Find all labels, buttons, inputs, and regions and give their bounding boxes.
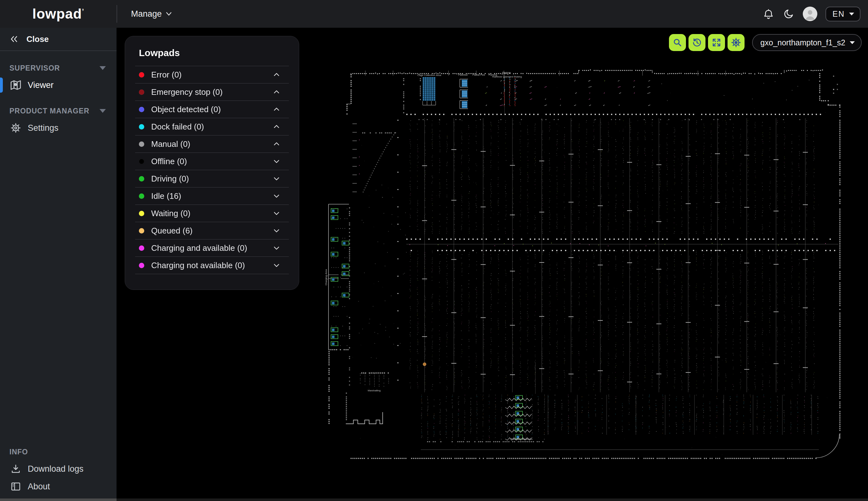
header-right: EN <box>762 7 868 21</box>
status-row-dock-failed[interactable]: Dock failed (0) <box>135 118 289 136</box>
status-label: Charging not available (0) <box>151 260 245 270</box>
manage-menu[interactable]: Manage <box>131 9 172 19</box>
status-row-error[interactable]: Error (0) <box>135 66 289 84</box>
bottom-strip-sidebar <box>0 499 117 501</box>
status-label: Object detected (0) <box>151 105 221 114</box>
sidebar-item-label: Download logs <box>28 464 84 474</box>
bell-icon <box>763 8 774 20</box>
status-dot <box>139 89 144 95</box>
status-dot <box>139 193 144 199</box>
active-indicator <box>0 77 3 93</box>
section-label: PRODUCT MANAGER <box>9 107 89 115</box>
sidebar-item-label: Settings <box>28 123 58 133</box>
chevron-up-icon <box>272 105 281 114</box>
chevron-down-icon <box>272 209 281 217</box>
header-divider <box>117 5 117 23</box>
status-dot <box>139 176 144 181</box>
status-row-emergency-stop[interactable]: Emergency stop (0) <box>135 84 289 101</box>
map-settings-button[interactable] <box>728 34 745 51</box>
map-search-button[interactable] <box>669 34 686 51</box>
map-name: gxo_northampton_f1_s2 <box>760 38 845 47</box>
chevron-down-icon <box>166 12 172 16</box>
status-row-queued[interactable]: Queued (6) <box>135 222 289 239</box>
sidebar-item-settings[interactable]: Settings <box>0 119 117 137</box>
sidebar-item-label: Viewer <box>28 81 54 90</box>
map-select-dropdown[interactable]: gxo_northampton_f1_s2 <box>752 34 862 51</box>
triangle-down-icon <box>99 109 106 113</box>
status-dot <box>139 245 144 251</box>
status-label: Charging and available (0) <box>151 243 247 253</box>
download-icon <box>9 463 23 475</box>
sidebar-close-button[interactable]: Close <box>0 28 117 51</box>
chevron-down-icon <box>272 192 281 200</box>
status-label: Offline (0) <box>151 157 187 167</box>
status-list: Error (0)Emergency stop (0)Object detect… <box>135 66 289 274</box>
lowpads-panel: Lowpads Error (0)Emergency stop (0)Objec… <box>125 36 299 290</box>
chevron-down-icon <box>272 157 281 166</box>
status-row-manual[interactable]: Manual (0) <box>135 136 289 153</box>
language-selector[interactable]: EN <box>825 7 860 21</box>
avatar[interactable] <box>803 7 817 21</box>
map-icon <box>9 78 23 92</box>
dark-mode-toggle[interactable] <box>783 8 795 20</box>
chevron-up-icon <box>272 122 281 131</box>
sidebar-info: INFODownload logsAbout <box>0 446 117 495</box>
status-label: Emergency stop (0) <box>151 87 223 97</box>
search-icon <box>672 38 683 47</box>
status-label: Error (0) <box>151 70 182 80</box>
status-row-driving[interactable]: Driving (0) <box>135 170 289 188</box>
map-fullscreen-button[interactable] <box>708 34 725 51</box>
sidebar-item-viewer[interactable]: Viewer <box>0 76 117 94</box>
status-dot <box>139 141 144 147</box>
status-label: Manual (0) <box>151 139 190 149</box>
chevron-up-icon <box>272 140 281 148</box>
collapse-left-icon <box>10 35 18 43</box>
app-root: lowpad’ Manage <box>0 0 868 501</box>
map-history-button[interactable] <box>688 34 705 51</box>
notifications-button[interactable] <box>762 8 774 20</box>
status-dot <box>139 228 144 234</box>
user-icon <box>803 7 817 21</box>
status-row-charging-not-available[interactable]: Charging not available (0) <box>135 257 289 274</box>
sidebar-item-about[interactable]: About <box>0 478 117 495</box>
section-header-supervisor[interactable]: SUPERVISOR <box>9 62 106 74</box>
status-label: Queued (6) <box>151 226 193 236</box>
top-bar: lowpad’ Manage <box>0 0 868 28</box>
about-icon <box>9 481 23 492</box>
status-dot <box>139 263 144 268</box>
gear-icon <box>9 122 23 134</box>
status-dot <box>139 159 144 164</box>
sidebar: Close SUPERVISORViewerPRODUCT MANAGERSet… <box>0 28 117 501</box>
status-dot <box>139 72 144 77</box>
status-dot <box>139 211 144 216</box>
chevron-down-icon <box>272 226 281 235</box>
caret-down-icon <box>850 41 855 44</box>
chevron-down-icon <box>272 174 281 183</box>
caret-down-icon <box>849 13 854 15</box>
history-icon <box>692 38 702 47</box>
sidebar-item-download-logs[interactable]: Download logs <box>0 460 117 478</box>
gear-icon <box>731 37 741 48</box>
status-dot <box>139 124 144 129</box>
status-row-waiting[interactable]: Waiting (0) <box>135 205 289 222</box>
chevron-down-icon <box>272 244 281 252</box>
sidebar-item-label: About <box>28 482 50 492</box>
close-label: Close <box>26 34 49 44</box>
section-label: INFO <box>9 448 28 456</box>
status-row-idle[interactable]: Idle (16) <box>135 188 289 205</box>
triangle-down-icon <box>99 66 106 70</box>
status-row-offline[interactable]: Offline (0) <box>135 153 289 170</box>
status-label: Dock failed (0) <box>151 122 204 132</box>
section-label: SUPERVISOR <box>9 64 60 73</box>
fullscreen-icon <box>712 38 721 47</box>
status-label: Waiting (0) <box>151 209 191 218</box>
section-header-product-manager[interactable]: PRODUCT MANAGER <box>9 105 106 117</box>
status-dot <box>139 107 144 112</box>
chevron-up-icon <box>272 88 281 96</box>
status-row-object-detected[interactable]: Object detected (0) <box>135 101 289 118</box>
chevron-up-icon <box>272 71 281 79</box>
chevron-down-icon <box>272 261 281 269</box>
manage-label: Manage <box>131 9 162 19</box>
logo-area: lowpad’ <box>0 6 117 22</box>
status-row-charging-and-available[interactable]: Charging and available (0) <box>135 239 289 257</box>
